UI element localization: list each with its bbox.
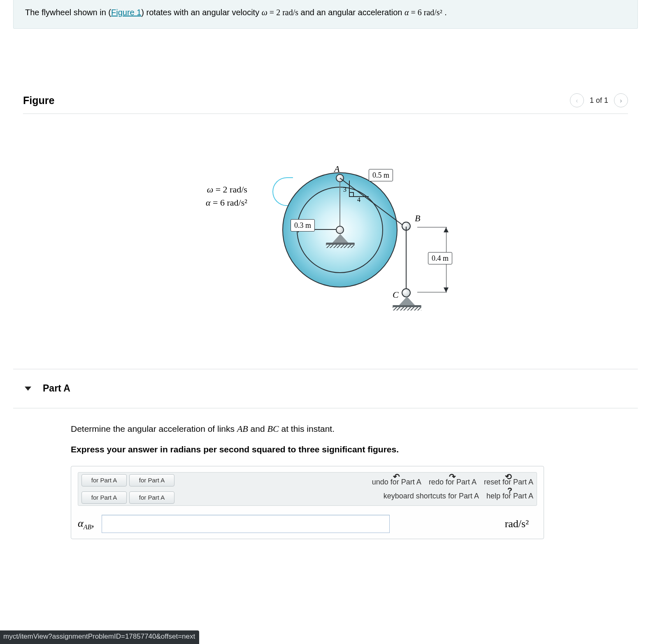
label-a: A [334, 162, 339, 176]
prompt-pre: Determine the angular acceleration of li… [71, 424, 237, 433]
figure-link[interactable]: Figure 1 [111, 8, 141, 17]
figure-diagram: ω = 2 rad/s α = 6 rad/s² 0.3 m A 0.5 m 3… [23, 130, 628, 320]
keyboard-shortcuts-button[interactable]: keyboard shortcuts for Part A [384, 491, 479, 501]
alpha-value: = 6 rad/s² [409, 8, 442, 17]
part-a-prompt: Determine the angular acceleration of li… [71, 422, 638, 436]
dim-arrow-up-icon [444, 227, 449, 232]
part-a-title: Part A [43, 382, 70, 395]
toolbar-btn-1[interactable]: for Part A [81, 474, 127, 486]
pedestal-c [393, 297, 421, 308]
dim-ext-bot [417, 292, 447, 292]
param-alpha: = 6 rad/s² [213, 197, 247, 208]
link-bc [406, 227, 407, 292]
answer-variable: αAB, [78, 516, 94, 532]
slope-triangle: 3 4 [349, 181, 369, 197]
prompt-mid: and [248, 424, 267, 433]
chevron-left-icon: ‹ [576, 96, 578, 105]
undo-icon: ↶ [393, 471, 400, 483]
figure-heading: Figure [23, 93, 54, 108]
param-omega: = 2 rad/s [216, 184, 247, 195]
help-button[interactable]: ?help for Part A [486, 491, 533, 501]
pager-text: 1 of 1 [590, 95, 608, 106]
dim-ext-top [417, 227, 447, 227]
vert-guide [339, 180, 340, 229]
caret-down-icon [25, 387, 31, 391]
undo-button[interactable]: ↶undo for Part A [372, 477, 421, 487]
right-angle-mark [350, 192, 354, 196]
figure-pager: ‹ 1 of 1 › [570, 93, 628, 107]
part-a-header[interactable]: Part A [13, 369, 638, 408]
problem-text-prefix: The flywheel shown in ( [25, 8, 111, 17]
answer-var-comma: , [91, 517, 94, 529]
pager-next-button[interactable]: › [614, 93, 628, 107]
pin-c [402, 288, 411, 297]
help-icon: ? [507, 485, 512, 497]
radius-label: 0.3 m [291, 219, 315, 232]
bc-length-label: 0.4 m [428, 252, 452, 264]
problem-text-suffix: . [442, 8, 447, 17]
ab-length-label: 0.5 m [369, 169, 393, 181]
problem-statement: The flywheel shown in (Figure 1) rotates… [13, 0, 638, 29]
equation-editor: for Part A for Part A for Part A for Par… [71, 466, 544, 539]
reset-icon: ⟲ [505, 471, 512, 483]
pager-prev-button[interactable]: ‹ [570, 93, 584, 107]
link-ab-var: AB [237, 424, 248, 434]
redo-icon: ↷ [449, 471, 456, 483]
slope-run: 4 [357, 195, 360, 204]
omega-value: = 2 rad/s [267, 8, 298, 17]
problem-text-mid2: and an angular acceleration [298, 8, 405, 17]
problem-text-mid1: ) rotates with an angular velocity [141, 8, 261, 17]
prompt-post: at this instant. [279, 424, 335, 433]
toolbar-btn-4[interactable]: for Part A [129, 491, 174, 504]
chevron-right-icon: › [620, 96, 622, 105]
editor-toolbar: for Part A for Part A for Part A for Par… [78, 472, 537, 506]
dim-arrow-down-icon [444, 287, 449, 292]
answer-input[interactable] [102, 515, 390, 533]
answer-units: rad/s² [505, 516, 529, 532]
alpha-expression: α [405, 8, 409, 17]
redo-button[interactable]: ↷redo for Part A [429, 477, 477, 487]
omega-expression: ω [262, 8, 267, 17]
answer-var-sym: α [78, 517, 84, 529]
link-bc-var: BC [267, 424, 279, 434]
label-b: B [415, 212, 420, 225]
given-parameters: ω = 2 rad/s α = 6 rad/s² [206, 183, 247, 209]
pedestal-flywheel [326, 234, 355, 246]
slope-rise: 3 [343, 185, 346, 194]
part-a-section: Part A Determine the angular acceleratio… [13, 369, 638, 539]
toolbar-btn-2[interactable]: for Part A [129, 474, 174, 486]
answer-var-sub: AB [84, 524, 92, 530]
part-a-hint: Express your answer in radians per secon… [71, 443, 638, 456]
figure-section: Figure ‹ 1 of 1 › ω = 2 rad/s α = 6 rad/… [23, 90, 628, 320]
toolbar-btn-3[interactable]: for Part A [81, 491, 127, 504]
